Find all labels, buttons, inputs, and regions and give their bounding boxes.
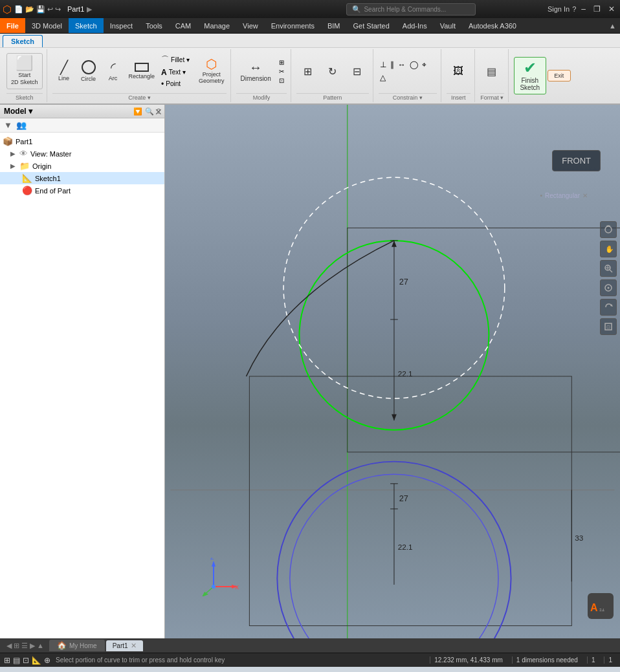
modify-btn3[interactable]: ⊡	[276, 76, 287, 85]
finish-sketch-icon: ✔	[524, 60, 537, 76]
title-center: 🔍 Search Help & Commands...	[275, 3, 548, 16]
menu-3dmodel[interactable]: 3D Model	[25, 18, 69, 33]
format-icon1: ▤	[487, 65, 496, 78]
arc-btn[interactable]: ◜ Arc	[102, 59, 125, 83]
model-filter-icon[interactable]: 🔽	[133, 107, 142, 116]
undo-icon[interactable]: ↩	[47, 5, 53, 14]
ribbon-tab-sketch[interactable]: Sketch	[3, 35, 43, 47]
project-geometry-btn[interactable]: ⬡ ProjectGeometry	[196, 56, 227, 87]
tab-list-icon[interactable]: ☰	[21, 642, 28, 650]
rotate-btn[interactable]	[600, 299, 617, 316]
tab-expand-icon[interactable]: ▲	[37, 642, 44, 649]
status-icon1[interactable]: ⊞	[4, 656, 10, 665]
line-btn[interactable]: ╱ Line	[52, 59, 76, 83]
circle-btn[interactable]: Circle	[77, 58, 100, 84]
menu-environments[interactable]: Environments	[265, 18, 321, 33]
menu-addins[interactable]: Add-Ins	[396, 18, 434, 33]
new-icon[interactable]: 📄	[14, 5, 23, 14]
redo-icon[interactable]: ↪	[55, 5, 61, 14]
exit-btn[interactable]: Exit	[548, 70, 571, 81]
part1-tab-close[interactable]: ✕	[131, 642, 137, 650]
tree-item-view-master[interactable]: ▶ 👁 View: Master	[0, 147, 164, 160]
fit-all-btn[interactable]: ⊡	[600, 318, 617, 335]
canvas-area[interactable]: 27 22.1 33 27 22.1 FRONT • Rectangul	[165, 105, 620, 638]
constrain-icon3[interactable]: ↔	[397, 59, 407, 70]
ribbon-group-buttons-pattern: ⊞ ↻ ⊟	[296, 50, 369, 92]
insert-btn1[interactable]: 🖼	[447, 63, 470, 79]
rect-array-close[interactable]: ✕	[582, 192, 588, 199]
menu-view[interactable]: View	[236, 18, 265, 33]
ribbon-collapse-btn[interactable]: ▲	[605, 22, 620, 30]
ribbon-group-label-format: Format ▾	[480, 93, 504, 101]
menu-cam[interactable]: CAM	[169, 18, 197, 33]
pattern-btn1[interactable]: ⊞	[296, 63, 320, 80]
finish-sketch-btn[interactable]: ✔ FinishSketch	[514, 57, 546, 94]
model-toolbar-users-icon[interactable]: 👥	[16, 120, 27, 130]
modify-btn2[interactable]: ✂	[276, 67, 287, 76]
model-close-btn[interactable]: ✕	[155, 107, 162, 117]
fillet-btn[interactable]: ⌒ Fillet ▾	[159, 54, 192, 66]
menu-bim[interactable]: BIM	[321, 18, 347, 33]
point-btn[interactable]: • Point	[159, 79, 192, 89]
text-btn[interactable]: A Text ▾	[159, 67, 192, 78]
model-toolbar-filter-icon[interactable]: ▼	[4, 120, 12, 130]
zoom-btn[interactable]	[600, 260, 617, 277]
rectangle-btn[interactable]: Rectangle	[126, 61, 158, 81]
status-icon3[interactable]: ⊡	[23, 656, 29, 665]
pattern-btn3[interactable]: ⊟	[346, 63, 369, 80]
save-icon[interactable]: 💾	[36, 5, 45, 14]
modify-btn1[interactable]: ⊞	[276, 58, 287, 67]
search-input[interactable]: 🔍 Search Help & Commands...	[346, 3, 476, 16]
constrain-icon6[interactable]: △	[379, 72, 387, 83]
ribbon-group-constrain: ⊥ ∥ ↔ ◯ ⌖ △ Constrain ▾	[375, 49, 441, 102]
menu-manage[interactable]: Manage	[197, 18, 236, 33]
tree-item-origin[interactable]: ▶ 📁 Origin	[0, 160, 164, 172]
menu-tools[interactable]: Tools	[139, 18, 169, 33]
constrain-icon1[interactable]: ⊥	[379, 59, 388, 70]
open-icon[interactable]: 📂	[25, 5, 34, 14]
exit-label: Exit	[554, 72, 564, 79]
part1-label: Part1	[16, 138, 32, 146]
part1-tab[interactable]: Part1 ✕	[106, 640, 143, 651]
sign-in-btn[interactable]: Sign In	[548, 5, 570, 13]
menu-vault[interactable]: Vault	[434, 18, 462, 33]
tree-item-sketch1[interactable]: 📐 Sketch1	[0, 172, 164, 184]
orbit-btn[interactable]	[600, 221, 617, 238]
pan-btn[interactable]: ✋	[600, 241, 617, 257]
status-icon5[interactable]: ⊕	[44, 656, 50, 665]
tree-item-part1[interactable]: 📦 Part1	[0, 135, 164, 147]
tab-grid-icon[interactable]: ⊞	[14, 642, 19, 650]
svg-marker-39	[212, 561, 216, 567]
ribbon-group-label-constrain: Constrain ▾	[379, 93, 437, 101]
status-icon2[interactable]: ▤	[13, 656, 20, 665]
menu-getstarted[interactable]: Get Started	[347, 18, 396, 33]
menu-a360[interactable]: Autodesk A360	[462, 18, 523, 33]
look-at-btn[interactable]	[600, 279, 617, 296]
ribbon: Sketch ⬜ Start2D Sketch Sketch ╱ Line	[0, 34, 620, 105]
menu-inspect[interactable]: Inspect	[104, 18, 139, 33]
home-tab[interactable]: 🏠 My Home	[49, 640, 105, 651]
model-panel: Model ▾ 🔽 🔍 ? ✕ ▼ 👥 📦 Part1 ▶ 👁 View: Ma…	[0, 105, 165, 638]
constrain-icon4[interactable]: ◯	[408, 59, 419, 70]
format-btn1[interactable]: ▤	[480, 63, 504, 80]
model-search-icon[interactable]: 🔍	[145, 107, 154, 116]
menu-sketch[interactable]: Sketch	[69, 18, 104, 33]
menu-file[interactable]: File	[0, 18, 25, 33]
tab-prev-icon[interactable]: ◀	[6, 642, 12, 650]
help-btn[interactable]: ?	[572, 5, 576, 13]
tree-item-end-of-part[interactable]: 🔴 End of Part	[0, 184, 164, 197]
status-message: Select portion of curve to trim or press…	[56, 656, 425, 664]
dimension-btn[interactable]: ↔ Dimension	[236, 58, 274, 85]
constrain-icon5[interactable]: ⌖	[421, 59, 428, 70]
tab-next-icon[interactable]: ▶	[30, 642, 35, 650]
close-btn[interactable]: ✕	[606, 5, 617, 14]
pattern-btn2[interactable]: ↻	[321, 63, 344, 80]
model-toolbar: ▼ 👥	[0, 118, 164, 133]
status-icon4[interactable]: 📐	[32, 656, 41, 665]
start-2d-sketch-btn[interactable]: ⬜ Start2D Sketch	[6, 53, 43, 89]
part1-icon: 📦	[3, 136, 13, 146]
maximize-btn[interactable]: ❐	[591, 5, 603, 14]
minimize-btn[interactable]: –	[579, 5, 588, 14]
quick-access-icons: 📄 📂 💾 ↩ ↪	[14, 5, 61, 14]
constrain-icon2[interactable]: ∥	[389, 59, 395, 70]
